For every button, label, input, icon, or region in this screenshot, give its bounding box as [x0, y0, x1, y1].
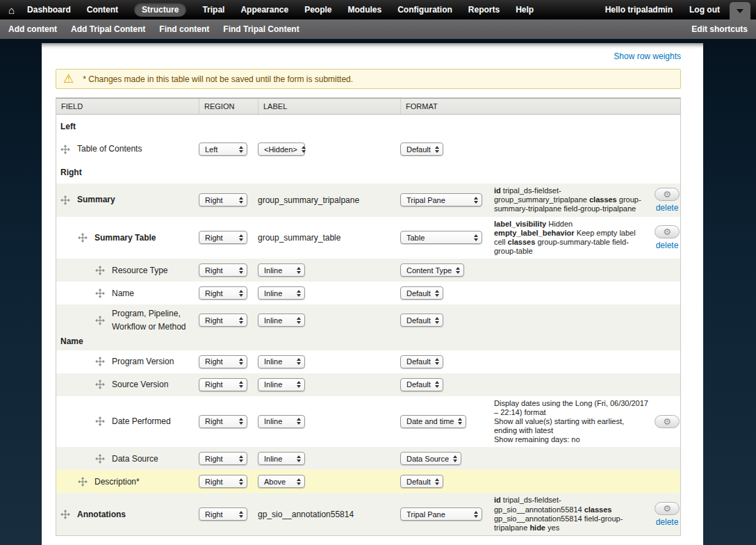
- admin-nav-modules[interactable]: Modules: [348, 5, 382, 15]
- admin-nav-people[interactable]: People: [304, 5, 331, 15]
- label-select[interactable]: Inline: [258, 415, 305, 428]
- format-select[interactable]: Default: [400, 286, 443, 300]
- format-select[interactable]: Tripal Pane: [400, 193, 482, 206]
- format-select[interactable]: Default: [400, 378, 443, 391]
- region-select[interactable]: Right: [199, 415, 247, 428]
- admin-nav-content[interactable]: Content: [87, 5, 118, 15]
- label-select[interactable]: Inline: [258, 286, 305, 300]
- drag-handle-icon[interactable]: [78, 477, 88, 487]
- region-select[interactable]: Right: [199, 452, 247, 465]
- drag-handle-icon[interactable]: [95, 316, 105, 325]
- label-select[interactable]: Inline: [258, 355, 305, 368]
- format-select[interactable]: Default: [400, 143, 443, 156]
- label-select[interactable]: Inline: [258, 263, 305, 277]
- settings-button[interactable]: ⚙: [655, 225, 680, 238]
- select-arrows-icon: [239, 290, 243, 297]
- admin-nav: DashboardContentStructureTripalAppearanc…: [20, 3, 534, 17]
- select-arrows-icon: [239, 197, 243, 204]
- admin-nav-dashboard[interactable]: Dashboard: [27, 5, 71, 15]
- select-arrows-icon: [239, 146, 243, 153]
- shortcut-find-tripal-content[interactable]: Find Tripal Content: [223, 24, 299, 34]
- region-select[interactable]: Right: [199, 231, 247, 244]
- drag-handle-icon[interactable]: [60, 195, 70, 205]
- label-select-value: Inline: [264, 289, 282, 298]
- drag-handle-icon[interactable]: [95, 266, 105, 275]
- admin-nav-appearance[interactable]: Appearance: [240, 5, 288, 15]
- region-select[interactable]: Right: [199, 378, 247, 391]
- admin-nav-help[interactable]: Help: [516, 5, 534, 15]
- label-cell: group_summary_tripalpane: [258, 195, 400, 205]
- format-summary-line: Display dates using the Long (Fri, 06/30…: [494, 399, 648, 417]
- format-select[interactable]: Default: [400, 475, 443, 488]
- settings-button[interactable]: ⚙: [655, 415, 680, 428]
- label-select-value: Inline: [264, 316, 282, 325]
- region-select[interactable]: Right: [199, 193, 247, 206]
- format-cell: Default: [400, 355, 494, 368]
- shortcut-add-content[interactable]: Add content: [8, 24, 57, 34]
- region-select[interactable]: Left: [199, 143, 247, 156]
- format-select[interactable]: Table: [400, 231, 482, 244]
- edit-shortcuts-link[interactable]: Edit shortcuts: [691, 24, 756, 34]
- drag-handle-icon[interactable]: [60, 510, 70, 519]
- label-select-value: Above: [264, 478, 286, 486]
- format-select[interactable]: Content Type: [400, 263, 464, 277]
- drag-handle-icon[interactable]: [95, 288, 105, 298]
- label-select[interactable]: Inline: [258, 314, 305, 327]
- format-select-value: Content Type: [406, 266, 452, 275]
- region-select[interactable]: Right: [199, 314, 247, 327]
- drag-handle-icon[interactable]: [95, 380, 105, 389]
- field-row-data-source: Data SourceRightInlineData Source: [56, 447, 680, 470]
- label-select[interactable]: <Hidden>: [258, 143, 305, 156]
- settings-button[interactable]: ⚙: [655, 502, 680, 515]
- drag-handle-icon[interactable]: [95, 357, 105, 366]
- shortcut-find-content[interactable]: Find content: [159, 24, 209, 34]
- label-select-value: <Hidden>: [264, 145, 297, 154]
- page-content: Show row weights ⚠ * Changes made in thi…: [42, 43, 703, 545]
- delete-link[interactable]: delete: [656, 203, 679, 213]
- column-header-region: REGION: [199, 99, 258, 114]
- select-arrows-icon: [297, 478, 301, 485]
- column-header-field: FIELD: [56, 99, 199, 114]
- delete-link[interactable]: delete: [656, 241, 679, 250]
- field-cell: Source Version: [56, 378, 199, 391]
- select-arrows-icon: [458, 418, 462, 425]
- label-select[interactable]: Inline: [258, 452, 305, 465]
- drag-handle-icon[interactable]: [95, 416, 105, 426]
- home-icon[interactable]: ⌂: [0, 5, 20, 15]
- format-select[interactable]: Data Source: [400, 452, 461, 465]
- format-select[interactable]: Tripal Pane: [400, 507, 482, 521]
- drag-handle-icon[interactable]: [95, 454, 105, 464]
- region-select[interactable]: Right: [199, 355, 247, 368]
- drag-handle-icon[interactable]: [78, 233, 88, 243]
- toolbar-toggle-button[interactable]: [730, 2, 750, 19]
- show-row-weights-link[interactable]: Show row weights: [614, 51, 681, 61]
- format-select-value: Default: [406, 289, 431, 298]
- row-group-label: Name: [60, 336, 83, 346]
- drag-handle-icon[interactable]: [60, 145, 70, 154]
- label-select[interactable]: Inline: [258, 378, 305, 391]
- field-cell: Summary Table: [56, 231, 199, 245]
- admin-nav-structure[interactable]: Structure: [134, 3, 186, 17]
- shortcut-bar: Add contentAdd Tripal ContentFind conten…: [0, 19, 756, 39]
- format-select[interactable]: Date and time: [400, 415, 466, 428]
- admin-nav-tripal[interactable]: Tripal: [202, 5, 224, 15]
- admin-nav-reports[interactable]: Reports: [468, 5, 500, 15]
- chevron-down-icon: [737, 9, 743, 13]
- shortcut-add-tripal-content[interactable]: Add Tripal Content: [71, 24, 145, 34]
- delete-link[interactable]: delete: [656, 517, 679, 527]
- admin-nav-configuration[interactable]: Configuration: [397, 5, 452, 15]
- region-select[interactable]: Right: [199, 507, 247, 521]
- select-arrows-icon: [239, 511, 243, 518]
- logout-link[interactable]: Log out: [689, 5, 720, 15]
- format-select[interactable]: Default: [400, 314, 443, 327]
- format-cell: Tripal Pane: [400, 507, 494, 521]
- user-greeting: Hello tripaladmin: [605, 5, 673, 15]
- region-select[interactable]: Right: [199, 286, 247, 300]
- format-select[interactable]: Default: [400, 355, 443, 368]
- settings-button[interactable]: ⚙: [655, 188, 680, 201]
- field-row-source-version: Source VersionRightInlineDefault: [56, 373, 680, 396]
- region-select[interactable]: Right: [199, 263, 247, 277]
- label-select[interactable]: Above: [258, 475, 305, 488]
- label-cell: Inline: [258, 355, 400, 368]
- region-select[interactable]: Right: [199, 475, 247, 488]
